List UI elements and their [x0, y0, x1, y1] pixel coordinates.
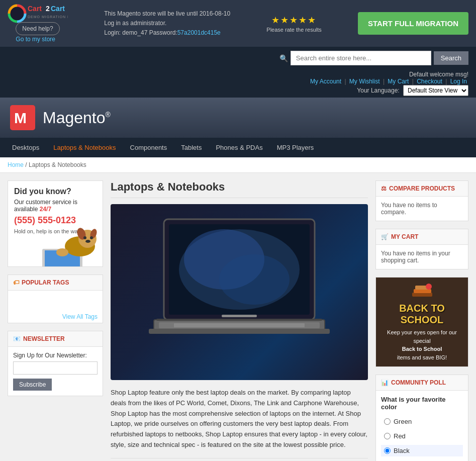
svg-rect-23	[149, 329, 330, 334]
svg-text:2: 2	[46, 5, 50, 13]
book-stack-icon	[410, 283, 435, 300]
poll-radio-green[interactable]	[384, 418, 391, 425]
did-you-know-widget: Did you know? Our customer service is av…	[8, 180, 103, 267]
svg-text:DEMO MIGRATION PREVIEW: DEMO MIGRATION PREVIEW	[28, 15, 68, 19]
center-content: Laptops & Notebooks	[111, 180, 368, 461]
logo-svg: Cart 2 Cart DEMO MIGRATION PREVIEW	[8, 4, 68, 23]
magento-title: Magento®	[43, 109, 111, 127]
page-title: Laptops & Notebooks	[111, 180, 368, 198]
logo-area: Cart 2 Cart DEMO MIGRATION PREVIEW Need …	[8, 4, 68, 43]
top-banner: Cart 2 Cart DEMO MIGRATION PREVIEW Need …	[0, 0, 476, 47]
account-links: My Account | My Wishlist | My Cart | Che…	[8, 78, 468, 85]
poll-option-black[interactable]: Black	[381, 445, 463, 456]
svg-rect-26	[222, 315, 257, 317]
log-in-link[interactable]: Log In	[450, 78, 467, 85]
welcome-message: Default welcome msg!	[8, 71, 468, 78]
compare-icon: ⚖	[381, 185, 387, 192]
subscribe-button[interactable]: Subscribe	[13, 379, 52, 391]
svg-rect-40	[412, 293, 432, 297]
store-live-date: This Magento store will be live until 20…	[104, 9, 230, 19]
compare-title: COMPARE PRODUCTS	[389, 185, 455, 192]
my-account-link[interactable]: My Account	[310, 78, 341, 85]
nav-tablets[interactable]: Tablets	[174, 138, 209, 157]
breadcrumb: Home / Laptops & Notebooks	[0, 157, 476, 173]
did-you-know-body: Did you know? Our customer service is av…	[8, 181, 103, 266]
bts-subtitle: Keep your eyes open for our special Back…	[381, 328, 463, 361]
popular-tags-title: POPULAR TAGS	[22, 279, 69, 286]
search-button[interactable]: Search	[434, 51, 468, 65]
svg-point-21	[219, 254, 290, 305]
items-bar: 5 Item(s) Show 9 per page	[111, 458, 368, 461]
newsletter-icon: 📧	[13, 335, 21, 342]
svg-text:M: M	[14, 110, 27, 126]
dyk-subtitle: Our customer service is available 24/7	[14, 199, 97, 213]
nav-mp3[interactable]: MP3 Players	[270, 138, 321, 157]
newsletter-header: 📧 NEWSLETTER	[8, 331, 103, 347]
compare-products-header: ⚖ COMPARE PRODUCTS	[376, 181, 468, 197]
compare-products-body: You have no items to compare.	[376, 197, 468, 221]
svg-text:Cart: Cart	[28, 5, 42, 13]
laptop-hero-image	[111, 204, 368, 380]
svg-text:Cart: Cart	[51, 5, 65, 13]
poll-title: COMMUNITY POLL	[391, 379, 446, 386]
account-bar: Default welcome msg! My Account | My Wis…	[0, 69, 476, 98]
language-label: Your Language:	[357, 87, 399, 94]
breadcrumb-current: Laptops & Notebooks	[29, 161, 86, 168]
poll-question: What is your favorite color	[381, 396, 463, 411]
start-migration-button[interactable]: START FULL MIGRATION	[358, 12, 468, 35]
poll-radio-black[interactable]	[384, 447, 391, 454]
my-cart-title: MY CART	[391, 233, 418, 240]
svg-rect-25	[174, 323, 305, 327]
newsletter-title: NEWSLETTER	[23, 335, 65, 342]
newsletter-label: Sign Up for Our Newsletter:	[13, 352, 98, 359]
left-sidebar: Did you know? Our customer service is av…	[8, 180, 103, 461]
community-poll-box: 📊 COMMUNITY POLL What is your favorite c…	[375, 375, 468, 461]
poll-radio-red[interactable]	[384, 433, 391, 439]
my-wishlist-link[interactable]: My Wishlist	[349, 78, 380, 85]
newsletter-email-input[interactable]	[13, 361, 98, 375]
search-input[interactable]	[291, 51, 431, 65]
main-navigation: Desktops Laptops & Notebooks Components …	[0, 138, 476, 157]
rating-area: ★★★★★ Please rate the results	[266, 15, 321, 33]
svg-point-13	[83, 236, 86, 239]
bts-title: BACK TO SCHOOL	[381, 303, 463, 326]
svg-rect-41	[414, 289, 431, 293]
cart2cart-logo: Cart 2 Cart DEMO MIGRATION PREVIEW	[8, 4, 68, 25]
dog-image	[37, 221, 103, 266]
need-help-button[interactable]: Need help?	[16, 22, 59, 35]
star-rating[interactable]: ★★★★★	[266, 15, 321, 26]
my-cart-body: You have no items in your shopping cart.	[376, 245, 468, 269]
nav-phones[interactable]: Phones & PDAs	[209, 138, 269, 157]
rate-text: Please rate the results	[266, 27, 321, 33]
svg-point-16	[56, 248, 68, 256]
svg-rect-27	[156, 319, 322, 321]
store-info: This Magento store will be live until 20…	[104, 9, 230, 38]
search-icon: 🔍	[279, 54, 288, 62]
language-select[interactable]: Default Store View	[403, 85, 468, 96]
my-cart-header: 🛒 MY CART	[376, 229, 468, 245]
right-sidebar: ⚖ COMPARE PRODUCTS You have no items to …	[375, 180, 468, 461]
search-bar: 🔍 Search	[0, 47, 476, 69]
popular-tags-widget: 🏷 POPULAR TAGS View All Tags	[8, 274, 103, 323]
my-cart-link[interactable]: My Cart	[388, 78, 409, 85]
compare-products-box: ⚖ COMPARE PRODUCTS You have no items to …	[375, 180, 468, 221]
breadcrumb-home[interactable]: Home	[8, 161, 24, 168]
nav-laptops[interactable]: Laptops & Notebooks	[46, 138, 123, 157]
bts-content: BACK TO SCHOOL Keep your eyes open for o…	[376, 278, 468, 366]
go-to-store-link[interactable]: Go to my store	[16, 36, 55, 43]
newsletter-widget: 📧 NEWSLETTER Sign Up for Our Newsletter:…	[8, 331, 103, 396]
poll-icon: 📊	[381, 379, 389, 386]
svg-point-14	[90, 236, 93, 239]
poll-option-red[interactable]: Red	[381, 430, 463, 442]
cart-icon: 🛒	[381, 233, 389, 240]
poll-option-green[interactable]: Green	[381, 416, 463, 427]
main-content-area: Did you know? Our customer service is av…	[0, 173, 476, 461]
product-description: Shop Laptop feature only the best laptop…	[111, 388, 368, 450]
svg-point-43	[426, 284, 432, 290]
view-all-tags-link[interactable]: View All Tags	[8, 311, 103, 323]
community-poll-body: What is your favorite color Green Red Bl…	[376, 391, 468, 461]
nav-desktops[interactable]: Desktops	[5, 138, 46, 157]
checkout-link[interactable]: Checkout	[417, 78, 442, 85]
laptop-illustration	[144, 214, 335, 370]
nav-components[interactable]: Components	[123, 138, 174, 157]
